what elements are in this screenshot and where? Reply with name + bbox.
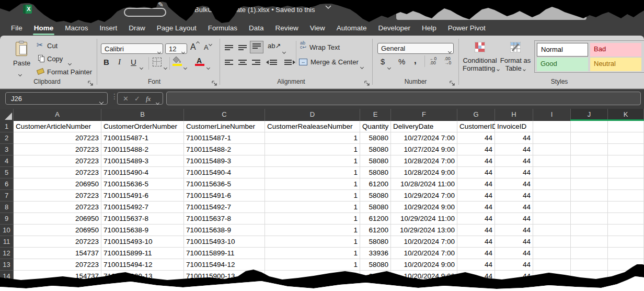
cell-C14[interactable]: 7100115900-13 <box>184 271 265 282</box>
cancel-icon[interactable]: ✕ <box>123 95 129 103</box>
font-dialog-launcher[interactable] <box>212 79 217 85</box>
cell-I12[interactable] <box>533 248 571 259</box>
cell-D5[interactable]: 1 <box>265 167 360 178</box>
cell-F1[interactable]: DeliveryDate <box>391 121 457 132</box>
cell-H12[interactable]: 44 <box>495 248 533 259</box>
cell-K3[interactable] <box>608 144 644 155</box>
cell-H7[interactable]: 44 <box>495 190 533 202</box>
cell-D2[interactable]: 1 <box>265 132 360 144</box>
borders-button[interactable] <box>153 58 162 66</box>
titlebar-pill-control[interactable] <box>124 8 166 17</box>
cell-I9[interactable] <box>533 213 571 225</box>
cell-G7[interactable]: 44 <box>457 190 495 202</box>
currency-dropdown[interactable] <box>388 62 390 71</box>
cell-A9[interactable]: 206950 <box>14 213 101 225</box>
cell-D3[interactable]: 1 <box>265 144 360 155</box>
cell-D14[interactable]: 1 <box>265 271 360 282</box>
cell-B4[interactable]: 7100115489-3 <box>101 155 184 167</box>
cell-D11[interactable]: 1 <box>265 236 360 248</box>
cell-E4[interactable]: 58080 <box>360 155 391 167</box>
cell-E7[interactable]: 58080 <box>360 190 391 202</box>
cell-A4[interactable]: 207223 <box>14 155 101 167</box>
cell-H6[interactable]: 44 <box>495 178 533 190</box>
cell-E5[interactable]: 58080 <box>360 167 391 178</box>
menu-tab-data[interactable]: Data <box>243 22 270 36</box>
menu-tab-formulas[interactable]: Formulas <box>202 22 243 36</box>
row-number-11[interactable]: 11 <box>0 236 14 248</box>
cell-B13[interactable]: 7100115494-12 <box>101 259 184 271</box>
menu-tab-file[interactable]: File <box>5 22 28 36</box>
increase-decimal-button[interactable]: ←0.00 <box>430 57 436 65</box>
cell-H13[interactable]: 44 <box>495 259 533 271</box>
cell-E8[interactable]: 58080 <box>360 202 391 213</box>
menu-tab-home[interactable]: Home <box>28 22 60 36</box>
align-center-button[interactable] <box>238 59 247 65</box>
cell-K14[interactable] <box>608 271 644 282</box>
cell-I14[interactable] <box>533 271 571 282</box>
cell-E2[interactable]: 58080 <box>360 132 391 144</box>
menu-tab-help[interactable]: Help <box>416 22 442 36</box>
cell-K5[interactable] <box>608 167 644 178</box>
menu-tab-insert[interactable]: Insert <box>94 22 123 36</box>
menu-tab-review[interactable]: Review <box>269 22 304 36</box>
cell-C6[interactable]: 7100115636-5 <box>184 178 265 190</box>
cell-A14[interactable]: 154737 <box>14 271 101 282</box>
fx-icon[interactable]: fx <box>146 95 151 103</box>
cell-J8[interactable] <box>571 202 608 213</box>
fill-color-dropdown[interactable] <box>184 62 187 71</box>
row-number-1[interactable]: 1 <box>0 121 14 132</box>
cell-G3[interactable]: 44 <box>457 144 495 155</box>
cell-J11[interactable] <box>571 236 608 248</box>
cell-A1[interactable]: CustomerArticleNumber <box>14 121 101 132</box>
cell-C5[interactable]: 7100115490-4 <box>184 167 265 178</box>
menu-tab-macros[interactable]: Macros <box>59 22 94 36</box>
cell-K12[interactable] <box>608 248 644 259</box>
alignment-dialog-launcher[interactable] <box>364 79 370 85</box>
cell-D9[interactable]: 1 <box>265 213 360 225</box>
cell-J9[interactable] <box>571 213 608 225</box>
cell-A7[interactable]: 207223 <box>14 190 101 202</box>
name-box[interactable]: J26 <box>5 92 108 105</box>
cell-K7[interactable] <box>608 190 644 202</box>
menu-tab-developer[interactable]: Developer <box>373 22 417 36</box>
row-number-2[interactable]: 2 <box>0 132 14 144</box>
cell-A5[interactable]: 207223 <box>14 167 101 178</box>
cell-I8[interactable] <box>533 202 571 213</box>
cell-B6[interactable]: 7100115636-5 <box>101 178 184 190</box>
cell-G6[interactable]: 44 <box>457 178 495 190</box>
cell-B14[interactable]: 7100115900-13 <box>101 271 184 282</box>
cell-H5[interactable]: 44 <box>495 167 533 178</box>
cell-D8[interactable]: 1 <box>265 202 360 213</box>
row-number-13[interactable]: 13 <box>0 259 14 271</box>
cell-E6[interactable]: 61200 <box>360 178 391 190</box>
column-header-B[interactable]: B <box>101 109 184 121</box>
cell-E3[interactable]: 58080 <box>360 144 391 155</box>
cell-J13[interactable] <box>571 259 608 271</box>
cell-H9[interactable]: 44 <box>495 213 533 225</box>
column-header-C[interactable]: C <box>184 109 265 121</box>
cell-K9[interactable] <box>608 213 644 225</box>
cell-G2[interactable]: 44 <box>457 132 495 144</box>
underline-dropdown[interactable] <box>140 62 143 71</box>
percent-button[interactable]: % <box>398 57 405 66</box>
row-number-7[interactable]: 7 <box>0 190 14 202</box>
cell-E1[interactable]: Quantity <box>360 121 391 132</box>
cell-I5[interactable] <box>533 167 571 178</box>
column-header-F[interactable]: F <box>391 109 457 121</box>
cell-A12[interactable]: 154737 <box>14 248 101 259</box>
borders-dropdown[interactable] <box>164 62 167 71</box>
cell-I13[interactable] <box>533 259 571 271</box>
column-header-A[interactable]: A <box>14 109 101 121</box>
row-number-4[interactable]: 4 <box>0 155 14 167</box>
font-color-dropdown[interactable] <box>207 62 210 71</box>
font-family-combo[interactable]: Calibri <box>101 43 163 54</box>
currency-button[interactable]: $ <box>381 57 385 66</box>
cell-C1[interactable]: CustomerLineNumber <box>184 121 265 132</box>
cell-I7[interactable] <box>533 190 571 202</box>
cell-J3[interactable] <box>571 144 608 155</box>
cell-J6[interactable] <box>571 178 608 190</box>
cell-J2[interactable] <box>571 132 608 144</box>
cell-I10[interactable] <box>533 225 571 236</box>
cell-H2[interactable]: 44 <box>495 132 533 144</box>
style-neutral[interactable]: Neutral <box>590 58 641 71</box>
